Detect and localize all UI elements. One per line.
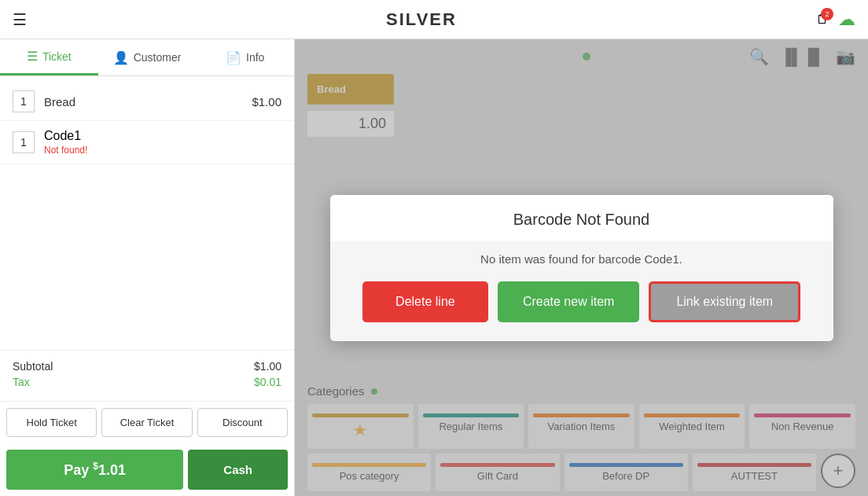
pay-button[interactable]: Pay $1.01 bbox=[6, 450, 183, 490]
table-row[interactable]: 1 Code1 Not found! bbox=[0, 121, 294, 164]
delete-line-button[interactable]: Delete line bbox=[362, 281, 488, 322]
tab-info-label: Info bbox=[246, 51, 264, 64]
modal-actions: Delete line Create new item Link existin… bbox=[349, 281, 815, 322]
notification-count: 2 bbox=[821, 8, 833, 20]
item-qty: 1 bbox=[13, 90, 35, 112]
modal-title: Barcode Not Found bbox=[513, 211, 649, 228]
tab-customer[interactable]: 👤 Customer bbox=[98, 39, 197, 75]
item-name: Code1 bbox=[44, 129, 281, 143]
subtotal-label: Subtotal bbox=[13, 360, 53, 373]
right-panel: 🔍 ▐▌▐▌ 📷 Bread 1.00 Categories ★ bbox=[295, 39, 868, 496]
pay-area: Pay $1.01 Cash bbox=[0, 443, 294, 496]
tax-row: Tax $0.01 bbox=[13, 376, 281, 388]
tabs: ☰ Ticket 👤 Customer 📄 Info bbox=[0, 39, 294, 76]
cloud-icon[interactable]: ☁ bbox=[838, 9, 855, 30]
item-qty: 1 bbox=[13, 131, 35, 153]
tab-customer-label: Customer bbox=[134, 51, 182, 64]
clear-ticket-button[interactable]: Clear Ticket bbox=[101, 408, 192, 437]
left-panel: ☰ Ticket 👤 Customer 📄 Info 1 Bread $1.00… bbox=[0, 39, 295, 496]
ticket-tab-icon: ☰ bbox=[27, 49, 38, 64]
item-price: $1.00 bbox=[252, 95, 281, 108]
cash-button[interactable]: Cash bbox=[188, 450, 288, 490]
modal-dialog: Barcode Not Found No item was found for … bbox=[330, 195, 833, 341]
discount-button[interactable]: Discount bbox=[197, 408, 288, 437]
create-new-item-button[interactable]: Create new item bbox=[498, 281, 640, 322]
tab-ticket-label: Ticket bbox=[42, 50, 72, 63]
modal-header: Barcode Not Found bbox=[330, 195, 833, 241]
tab-info[interactable]: 📄 Info bbox=[196, 39, 294, 75]
subtotal-area: Subtotal $1.00 Tax $0.01 bbox=[0, 350, 294, 401]
notification-badge[interactable]: 🗒 2 bbox=[816, 13, 829, 27]
info-tab-icon: 📄 bbox=[226, 50, 241, 65]
top-bar: ☰ SILVER 🗒 2 ☁ bbox=[0, 0, 868, 39]
menu-icon[interactable]: ☰ bbox=[13, 10, 27, 29]
action-buttons: Hold Ticket Clear Ticket Discount bbox=[0, 401, 294, 443]
subtotal-value: $1.00 bbox=[254, 360, 281, 373]
modal-message: No item was found for barcode Code1. bbox=[349, 252, 815, 266]
item-error: Not found! bbox=[44, 145, 281, 156]
modal-overlay: Barcode Not Found No item was found for … bbox=[295, 39, 868, 496]
top-bar-right: 🗒 2 ☁ bbox=[816, 9, 855, 30]
item-name-error: Code1 Not found! bbox=[44, 129, 281, 156]
ticket-items: 1 Bread $1.00 1 Code1 Not found! bbox=[0, 76, 294, 350]
top-bar-left: ☰ bbox=[13, 10, 27, 29]
main-layout: ☰ Ticket 👤 Customer 📄 Info 1 Bread $1.00… bbox=[0, 39, 868, 496]
tax-value: $0.01 bbox=[254, 376, 281, 388]
link-existing-item-button[interactable]: Link existing item bbox=[649, 281, 800, 322]
table-row[interactable]: 1 Bread $1.00 bbox=[0, 83, 294, 121]
tax-label: Tax bbox=[13, 376, 30, 388]
tab-ticket[interactable]: ☰ Ticket bbox=[0, 39, 98, 75]
item-name: Bread bbox=[44, 95, 252, 108]
subtotal-row: Subtotal $1.00 bbox=[13, 360, 281, 373]
customer-tab-icon: 👤 bbox=[113, 50, 129, 65]
hold-ticket-button[interactable]: Hold Ticket bbox=[6, 408, 97, 437]
app-title: SILVER bbox=[386, 9, 457, 30]
modal-body: No item was found for barcode Code1. Del… bbox=[330, 241, 833, 341]
